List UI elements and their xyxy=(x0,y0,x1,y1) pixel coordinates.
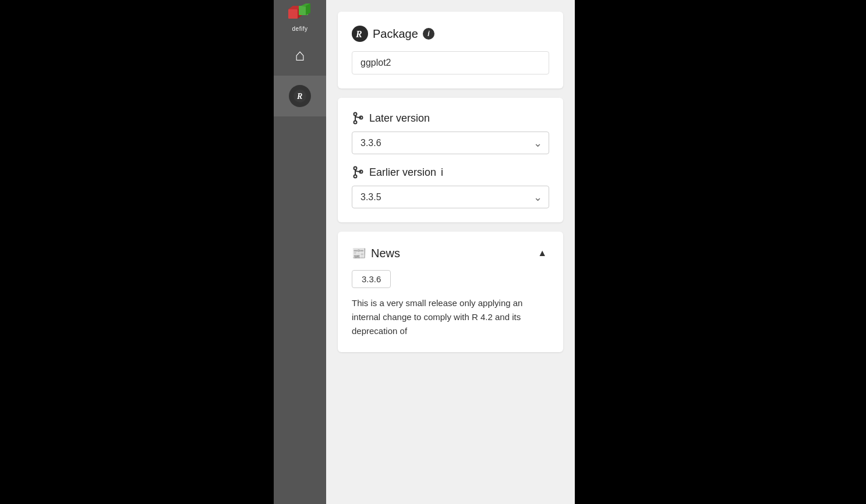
news-content-text: This is a very small release only applyi… xyxy=(352,296,549,338)
later-version-label: Later version xyxy=(352,112,549,125)
earlier-version-title: Earlier version xyxy=(369,166,436,179)
news-collapse-button[interactable]: ▲ xyxy=(535,246,549,261)
package-card: R Package i xyxy=(338,12,563,88)
r-logo-svg: R xyxy=(294,90,306,102)
version-card: Later version 3.3.6 3.3.5 3.3.4 3.3.3 ⌄ … xyxy=(338,98,563,222)
right-black-area xyxy=(575,0,866,504)
news-title-wrapper: 📰 News xyxy=(352,246,400,260)
earlier-version-label: Earlier version i xyxy=(352,166,549,179)
news-title-label: News xyxy=(371,247,400,260)
package-title-label: Package xyxy=(373,27,418,41)
sidebar: defify ⌂ R xyxy=(274,0,326,504)
package-input[interactable] xyxy=(352,51,549,74)
main-content: R Package i Later version 3.3.6 3.3.5 3.… xyxy=(326,0,575,504)
defify-logo-icon xyxy=(287,3,313,24)
svg-rect-0 xyxy=(288,9,298,19)
earlier-version-select[interactable]: 3.3.5 3.3.4 3.3.3 3.3.2 xyxy=(352,186,549,208)
svg-point-15 xyxy=(354,175,357,178)
svg-point-10 xyxy=(354,113,357,116)
svg-text:R: R xyxy=(296,92,302,101)
sidebar-item-home[interactable]: ⌂ xyxy=(274,35,326,76)
git-branch-later-icon xyxy=(352,112,365,125)
svg-point-14 xyxy=(354,167,357,170)
r-package-icon: R xyxy=(289,85,311,107)
package-info-icon[interactable]: i xyxy=(423,28,434,40)
news-header: 📰 News ▲ xyxy=(352,246,549,261)
earlier-version-select-wrapper: 3.3.5 3.3.4 3.3.3 3.3.2 ⌄ xyxy=(352,186,549,208)
svg-point-11 xyxy=(354,121,357,124)
earlier-version-info-icon[interactable]: i xyxy=(441,166,443,179)
news-card: 📰 News ▲ 3.3.6 This is a very small rele… xyxy=(338,232,563,352)
logo-text: defify xyxy=(292,26,308,32)
sidebar-item-r-package[interactable]: R xyxy=(274,76,326,116)
left-black-area xyxy=(0,0,274,504)
logo-wrapper: defify xyxy=(287,3,313,32)
git-branch-earlier-icon xyxy=(352,166,365,179)
news-newspaper-icon: 📰 xyxy=(352,246,366,260)
later-version-title: Later version xyxy=(369,112,430,125)
later-version-select-wrapper: 3.3.6 3.3.5 3.3.4 3.3.3 ⌄ xyxy=(352,132,549,154)
package-card-title: R Package i xyxy=(352,26,549,42)
svg-text:R: R xyxy=(355,29,362,39)
sidebar-logo[interactable]: defify xyxy=(274,0,326,35)
r-package-title-icon: R xyxy=(352,26,368,42)
later-version-select[interactable]: 3.3.6 3.3.5 3.3.4 3.3.3 xyxy=(352,132,549,154)
news-version-badge: 3.3.6 xyxy=(352,270,391,288)
home-icon: ⌂ xyxy=(295,46,305,65)
